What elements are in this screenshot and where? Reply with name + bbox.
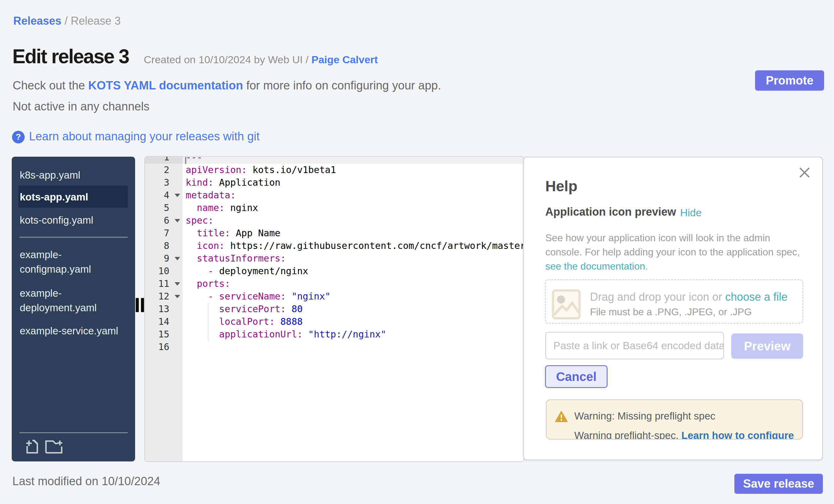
file-item-kots-config.yaml[interactable]: kots-config.yaml — [20, 213, 128, 227]
fold-arrow-icon[interactable] — [175, 194, 180, 197]
gutter-line-number: 3 — [145, 176, 182, 189]
close-icon[interactable] — [799, 168, 810, 178]
dropzone-hint: File must be a .PNG, .JPEG, or .JPG — [590, 306, 752, 318]
code-line-5: name: nginx — [186, 201, 258, 214]
dropzone-text-plain: Drag and drop your icon or — [590, 290, 725, 303]
promote-button[interactable]: Promote — [755, 70, 824, 91]
new-file-icon[interactable] — [26, 439, 38, 454]
code-line-1: --- — [186, 157, 202, 163]
breadcrumb: Releases / Release 3 — [13, 15, 120, 27]
edit-release-page: Releases / Release 3 Edit release 3 Crea… — [0, 0, 834, 504]
code-line-2: apiVersion: kots.io/v1beta1 — [186, 163, 336, 176]
gutter-line-number: 15 — [145, 328, 182, 341]
cancel-button[interactable]: Cancel — [545, 365, 608, 388]
gutter-line-number: 10 — [145, 265, 182, 277]
icon-url-input[interactable] — [545, 332, 724, 359]
gutter-line-number: 2 — [145, 163, 182, 176]
pane-resize-handle-left[interactable] — [136, 298, 144, 312]
warning-triangle-icon — [555, 411, 568, 422]
sidebar-divider-bottom — [19, 433, 128, 433]
created-user-link[interactable]: Paige Calvert — [311, 54, 378, 65]
code-line-12: - serviceName: "nginx" — [186, 290, 331, 303]
gutter-line-number: 14 — [145, 315, 182, 328]
preview-button[interactable]: Preview — [731, 333, 803, 359]
file-item-example-service.yaml[interactable]: example-service.yaml — [20, 324, 128, 338]
kots-doc-prefix: Check out the — [13, 79, 88, 92]
yaml-editor[interactable]: 1---2apiVersion: kots.io/v1beta13kind: A… — [145, 157, 524, 461]
editor-indent-guide — [208, 303, 208, 341]
file-item-example-deployment.yaml[interactable]: example-deployment.yaml — [20, 286, 128, 315]
sidebar-divider-top — [19, 237, 128, 238]
hide-link[interactable]: Hide — [680, 207, 702, 219]
created-text: Created on 10/10/2024 by Web UI / — [144, 54, 311, 65]
code-line-7: title: App Name — [186, 227, 280, 239]
breadcrumb-separator: / — [61, 15, 71, 27]
code-line-11: ports: — [186, 277, 231, 290]
editor-code-area[interactable]: 1---2apiVersion: kots.io/v1beta13kind: A… — [145, 157, 524, 461]
code-line-14: localPort: 8888 — [186, 315, 303, 328]
sidebar-actions — [26, 439, 100, 458]
gutter-line-number: 13 — [145, 303, 182, 315]
help-para-line1: See how your application icon will look … — [545, 232, 770, 243]
file-sidebar: k8s-app.yamlkots-app.yamlkots-config.yam… — [12, 157, 135, 461]
question-circle-icon: ? — [12, 131, 25, 144]
code-line-4: metadata: — [186, 189, 236, 201]
fold-arrow-icon[interactable] — [175, 295, 180, 298]
code-line-6: spec: — [186, 214, 214, 227]
file-item-k8s-app.yaml[interactable]: k8s-app.yaml — [20, 168, 128, 182]
gutter-line-number: 5 — [145, 201, 182, 214]
breadcrumb-releases-link[interactable]: Releases — [13, 15, 61, 27]
kots-doc-line: Check out the KOTS YAML documentation fo… — [13, 79, 441, 92]
warning-body-text: Warning preflight-spec. — [574, 430, 681, 440]
help-title: Help — [545, 178, 577, 195]
last-modified-text: Last modified on 10/10/2024 — [12, 475, 160, 488]
kots-doc-suffix: for more info on configuring your app. — [243, 79, 441, 92]
dropzone-text: Drag and drop your icon or choose a file — [590, 290, 787, 304]
channel-status-text: Not active in any channels — [13, 100, 150, 113]
help-section-title: Application icon preview — [545, 205, 676, 218]
breadcrumb-current: Release 3 — [71, 15, 120, 27]
gutter-line-number: 1 — [145, 157, 182, 163]
image-placeholder-icon — [552, 289, 581, 320]
warning-configure-link[interactable]: Learn how to configure — [681, 430, 794, 440]
file-item-kots-app.yaml[interactable]: kots-app.yaml — [20, 190, 128, 204]
kots-doc-link[interactable]: KOTS YAML documentation — [88, 79, 243, 92]
help-para-line2: console. For help adding your icon to th… — [545, 246, 800, 258]
help-panel: Help Application icon preview Hide See h… — [524, 157, 822, 460]
warning-title: Warning: Missing preflight spec — [574, 410, 715, 422]
created-line: Created on 10/10/2024 by Web UI / Paige … — [144, 54, 378, 66]
gutter-line-number: 8 — [145, 239, 182, 252]
save-release-button[interactable]: Save release — [734, 474, 823, 494]
code-line-3: kind: Application — [186, 176, 280, 189]
fold-arrow-icon[interactable] — [175, 219, 180, 222]
help-para-period: . — [645, 261, 648, 272]
preflight-warning: Warning: Missing preflight spec Warning … — [546, 399, 803, 440]
page-title: Edit release 3 — [12, 45, 129, 68]
file-item-example-configmap.yaml[interactable]: example-configmap.yaml — [20, 247, 128, 276]
warning-body: Warning preflight-spec. Learn how to con… — [574, 430, 794, 440]
code-line-8: icon: https://raw.githubusercontent.com/… — [186, 239, 524, 252]
editor-caret — [185, 157, 186, 164]
code-line-13: servicePort: 80 — [186, 303, 303, 315]
gutter-line-number: 7 — [145, 227, 182, 239]
code-line-9: statusInformers: — [186, 252, 286, 265]
fold-arrow-icon[interactable] — [175, 282, 180, 286]
new-folder-icon[interactable] — [45, 439, 64, 454]
fold-arrow-icon[interactable] — [175, 257, 180, 260]
gutter-line-number: 16 — [145, 341, 182, 353]
code-line-15: applicationUrl: "http://nginx" — [186, 328, 386, 341]
code-line-10: - deployment/nginx — [186, 265, 308, 277]
git-releases-link[interactable]: Learn about managing your releases with … — [29, 130, 260, 143]
see-documentation-link[interactable]: see the documentation — [545, 261, 645, 272]
icon-dropzone[interactable]: Drag and drop your icon or choose a file… — [545, 280, 803, 324]
help-paragraph: See how your application icon will look … — [545, 231, 811, 273]
choose-file-link[interactable]: choose a file — [725, 290, 787, 303]
